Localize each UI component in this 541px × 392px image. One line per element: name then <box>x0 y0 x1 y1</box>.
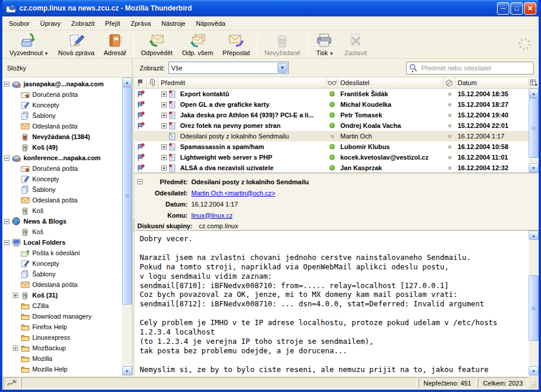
folder-tree-item[interactable]: −konference...napaka.com <box>2 153 122 163</box>
folder-tree-item[interactable]: −Mozilla <box>2 353 122 364</box>
scrollbar-thumb[interactable] <box>529 275 539 341</box>
message-row[interactable]: +Lightweight web server s PHPkocek.kveto… <box>135 152 529 163</box>
view-dropdown[interactable]: Vše ▼ <box>168 62 289 74</box>
scrollbar-track[interactable] <box>122 87 132 366</box>
folder-tree-item[interactable]: −jasnapaka@...napaka.com <box>2 79 122 89</box>
folder-tree-item[interactable]: −Linuxexpress <box>2 332 122 343</box>
sender-link[interactable]: Martin Och <martin@och.cz> <box>191 190 275 197</box>
folder-tree-item[interactable]: −CZilla <box>2 300 122 311</box>
folder-tree-item[interactable]: −Šablony <box>2 269 122 279</box>
dropdown-caret-icon[interactable]: ▼ <box>44 51 49 56</box>
resize-grip[interactable] <box>529 377 537 388</box>
folder-tree-item[interactable]: −News & Blogs <box>2 216 122 227</box>
offline-indicator[interactable] <box>4 377 20 388</box>
folder-tree-item[interactable]: +Koš (31) <box>2 290 122 300</box>
folder-tree-item[interactable]: −Mozilla Help <box>2 364 122 374</box>
folder-tree-item[interactable]: +MozBackup <box>2 343 122 353</box>
expand-icon[interactable]: + <box>161 155 167 160</box>
maximize-button[interactable]: □ <box>510 2 523 15</box>
menu-napoveda[interactable]: Nápověda <box>191 18 231 29</box>
get-mail-button[interactable]: Vyzvednout▼ <box>5 31 53 58</box>
expand-icon[interactable]: + <box>161 102 167 107</box>
dropdown-caret-icon[interactable]: ▼ <box>329 51 334 56</box>
expand-icon[interactable]: + <box>13 346 18 351</box>
message-body-scrollbar[interactable]: ▲ ▼ <box>529 231 539 376</box>
folder-tree-item[interactable]: −Odeslaná pošta <box>2 121 122 131</box>
expand-icon[interactable]: + <box>13 293 18 298</box>
forward-button[interactable]: Přeposlat <box>218 31 254 58</box>
message-row[interactable]: +Export kontaktůFrantišek Šidák15.12.200… <box>135 89 529 99</box>
watch-column-header[interactable] <box>326 77 338 88</box>
folder-tree-item[interactable]: −Koš <box>2 227 122 237</box>
folder-tree-item[interactable]: −Doručená pošta <box>2 163 122 174</box>
quick-search-box[interactable] <box>406 62 534 75</box>
collapse-icon[interactable]: − <box>4 219 9 224</box>
folder-tree-item[interactable]: −Odeslaná pošta <box>2 279 122 290</box>
scroll-up-icon[interactable]: ▲ <box>529 89 539 98</box>
folder-tree-item[interactable]: −Local Folders <box>2 237 122 248</box>
new-message-button[interactable]: Nová zpráva <box>53 31 99 58</box>
scroll-up-icon[interactable]: ▲ <box>122 77 132 87</box>
title-bar[interactable]: cz.comp.linux na news.zcu.cz - Mozilla T… <box>2 0 539 16</box>
folder-tree-item[interactable]: −Doručená pošta <box>2 89 122 100</box>
minimize-button[interactable]: ─ <box>497 2 509 15</box>
folder-tree-item[interactable]: −Koncepty <box>2 258 122 269</box>
scroll-down-icon[interactable]: ▼ <box>122 366 132 376</box>
message-row[interactable]: +Spamassassin a spam/hamLubomír Klubus16… <box>135 141 529 152</box>
expand-icon[interactable]: + <box>161 123 167 129</box>
reply-all-button[interactable]: Odp. všem <box>177 31 218 58</box>
scrollbar-thumb[interactable] <box>529 98 539 158</box>
menu-zobrazit[interactable]: Zobrazit <box>66 18 100 29</box>
folder-pane-scrollbar[interactable]: ▲ ▼ <box>122 77 132 376</box>
message-row[interactable]: +Jaka deska pro Athlon 64 (939)? PCI-E a… <box>135 110 529 120</box>
expand-icon[interactable]: + <box>161 144 167 150</box>
date-column-header[interactable]: Datum <box>455 77 529 88</box>
collapse-header-icon[interactable]: − <box>137 179 143 184</box>
message-row[interactable]: +ALSA a dva nezavisli uzivateleJan Kaspr… <box>135 163 529 173</box>
flag-column-header[interactable] <box>135 77 147 88</box>
folder-tree-item[interactable]: −Nevyžádaná (1384) <box>2 131 122 142</box>
folder-tree-item[interactable]: −Firefox Help <box>2 322 122 332</box>
search-input[interactable] <box>420 64 531 72</box>
scroll-down-icon[interactable]: ▼ <box>529 366 539 376</box>
menu-soubor[interactable]: Soubor <box>4 18 35 29</box>
folder-tree-item[interactable]: −Koncepty <box>2 100 122 110</box>
message-row[interactable]: +Orez fotek na pevny pomer stranOndrej K… <box>135 120 529 131</box>
expand-icon[interactable]: + <box>161 165 167 171</box>
menu-prejit[interactable]: Přejít <box>100 18 126 29</box>
folder-tree-item[interactable]: −Koš (49) <box>2 142 122 153</box>
print-button[interactable]: Tisk▼ <box>310 31 340 58</box>
collapse-icon[interactable]: − <box>4 156 9 161</box>
folder-tree-item[interactable]: −Odeslaná pošta <box>2 195 122 205</box>
close-button[interactable]: ✕ <box>524 2 536 15</box>
message-list-scrollbar[interactable]: ▲ ▼ <box>529 89 539 173</box>
menu-nastroje[interactable]: Nástroje <box>156 18 191 29</box>
collapse-icon[interactable]: − <box>4 82 9 87</box>
message-body[interactable]: Dobry vecer. Narazil jsem na zvlastni ch… <box>135 231 529 376</box>
folder-tree-item[interactable]: −Koncepty <box>2 174 122 184</box>
to-link[interactable]: linux@linux.cz <box>191 212 232 219</box>
folder-tree-item[interactable]: −Koš <box>2 205 122 216</box>
scrollbar-track[interactable] <box>529 98 539 163</box>
message-row[interactable]: +Odesilani posty z lokalniho SendmailuMa… <box>135 131 529 141</box>
column-picker-button[interactable] <box>529 77 539 88</box>
menu-upravy[interactable]: Úpravy <box>35 18 66 29</box>
menu-zprava[interactable]: Zpráva <box>126 18 156 29</box>
message-row[interactable]: +Open GL a dve graficke kartyMichal Koud… <box>135 99 529 110</box>
expand-icon[interactable]: + <box>161 113 167 118</box>
reply-button[interactable]: Odpovědět <box>136 31 177 58</box>
address-book-button[interactable]: Adresář <box>99 31 131 58</box>
scroll-up-icon[interactable]: ▲ <box>529 231 539 240</box>
folder-tree-item[interactable]: −Pošta k odeslání <box>2 248 122 258</box>
folder-tree-item[interactable]: −Šablony <box>2 184 122 195</box>
scrollbar-track[interactable] <box>529 240 539 366</box>
attachment-column-header[interactable] <box>147 77 158 88</box>
junk-column-header[interactable] <box>444 77 455 88</box>
scroll-down-icon[interactable]: ▼ <box>529 163 539 173</box>
folder-tree-item[interactable]: −Šablony <box>2 110 122 121</box>
subject-column-header[interactable]: Předmět <box>158 77 326 88</box>
folder-tree-item[interactable]: −Download managery <box>2 311 122 322</box>
collapse-icon[interactable]: − <box>4 240 9 245</box>
dropdown-arrow-icon[interactable]: ▼ <box>278 63 288 73</box>
sender-column-header[interactable]: Odesílatel <box>338 77 444 88</box>
